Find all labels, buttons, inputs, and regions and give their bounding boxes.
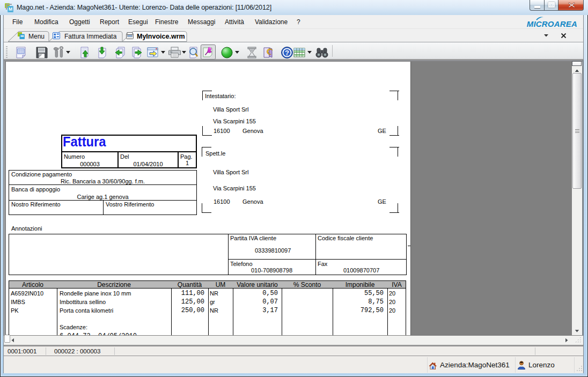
- svg-text:M: M: [9, 6, 12, 12]
- svg-text:Fattura Immediata: Fattura Immediata: [64, 33, 117, 40]
- svg-text:MyInvoice.wrm: MyInvoice.wrm: [137, 33, 185, 40]
- svg-text:Menu: Menu: [28, 33, 45, 40]
- svg-text:?: ?: [285, 49, 289, 57]
